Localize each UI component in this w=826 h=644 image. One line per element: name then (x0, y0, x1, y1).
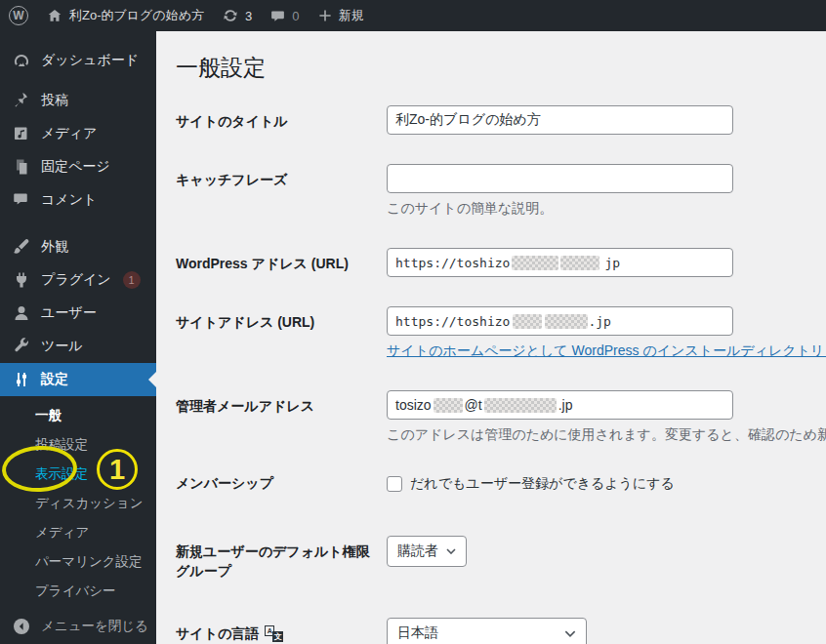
install-directory-link[interactable]: サイトのホームページとして WordPress のインストールディレクトリと (387, 342, 826, 358)
sidebar-item-label: 外観 (41, 238, 68, 256)
page-title: 一般設定 (176, 54, 826, 82)
paintbrush-icon (12, 237, 31, 257)
submenu-item-permalinks[interactable]: パーマリンク設定 (0, 547, 156, 577)
email-text: .jp (558, 397, 573, 413)
wordpress-logo-icon: W (9, 6, 28, 25)
sidebar-item-label: ユーザー (41, 304, 97, 322)
sidebar-item-label: 固定ページ (41, 158, 110, 176)
visit-site-link[interactable]: 利Zo-的ブログの始め方 (37, 0, 213, 31)
row-language: サイトの言語 A文 日本語 (176, 618, 826, 644)
membership-checkbox-label: だれでもユーザー登録ができるようにする (410, 475, 675, 493)
sidebar-item-tools[interactable]: ツール (0, 330, 156, 363)
sidebar-item-dashboard[interactable]: ダッシュボード (0, 44, 156, 77)
sidebar-item-pages[interactable]: 固定ページ (0, 150, 156, 183)
language-label-wrap: サイトの言語 A文 (176, 618, 387, 643)
email-text: @t (465, 397, 482, 413)
settings-submenu: 一般 投稿設定 表示設定 ディスカッション メディア パーマリンク設定 プライバ… (0, 396, 156, 616)
sidebar-item-label: 投稿 (41, 92, 68, 109)
site-address-input[interactable]: https://toshizo.jp (387, 306, 733, 336)
membership-label: メンバーシップ (176, 471, 387, 493)
wordpress-address-input[interactable]: https://toshizojp (387, 248, 733, 277)
sidebar-item-label: メディア (41, 125, 97, 142)
submenu-item-discussion[interactable]: ディスカッション (0, 489, 156, 518)
url-text: https://toshizo (395, 256, 510, 270)
new-label: 新規 (339, 7, 364, 24)
row-admin-email: 管理者メールアドレス tosizo@t.jp このアドレスは管理のために使用され… (176, 390, 826, 444)
site-title-label: サイトのタイトル (176, 105, 387, 131)
menu-separator (0, 77, 156, 84)
chevron-down-icon (564, 630, 576, 637)
plugin-icon (12, 270, 31, 290)
submenu-item-writing[interactable]: 投稿設定 (0, 430, 156, 460)
default-role-value: 購読者 (397, 543, 438, 560)
updates-button[interactable]: 3 (213, 0, 261, 31)
submenu-item-privacy[interactable]: プライバシー (0, 577, 156, 606)
comment-count: 0 (292, 9, 299, 23)
url-text: jp (604, 256, 620, 270)
wordpress-address-label: WordPress アドレス (URL) (176, 248, 387, 273)
pages-icon (12, 157, 31, 177)
collapse-icon (12, 617, 31, 636)
settings-general-page: 一般設定 サイトのタイトル キャッチフレーズ このサイトの簡単な説明。 Word… (156, 31, 826, 644)
comment-icon (269, 8, 286, 24)
sidebar-item-appearance[interactable]: 外観 (0, 230, 156, 263)
email-text: tosizo (395, 397, 432, 413)
media-icon (12, 124, 31, 143)
redacted-mosaic (545, 314, 588, 329)
update-count: 3 (245, 9, 252, 23)
row-tagline: キャッチフレーズ このサイトの簡単な説明。 (176, 164, 826, 218)
row-default-role: 新規ユーザーのデフォルト権限グループ 購読者 (176, 536, 826, 581)
language-value: 日本語 (397, 624, 438, 642)
home-icon (46, 7, 63, 24)
sidebar-item-label: ツール (41, 338, 83, 355)
admin-sidebar: ダッシュボード 投稿 メディア 固定ページ コメント (0, 31, 156, 644)
wordpress-menu-button[interactable]: W (0, 0, 37, 31)
comments-icon (12, 190, 31, 210)
redacted-mosaic (513, 314, 542, 329)
sidebar-item-label: ダッシュボード (41, 52, 139, 69)
chevron-down-icon (446, 548, 456, 554)
update-icon (222, 7, 239, 24)
admin-email-label: 管理者メールアドレス (176, 390, 387, 416)
default-role-select[interactable]: 購読者 (387, 536, 467, 567)
plugin-update-badge: 1 (123, 271, 141, 289)
admin-bar-site-name: 利Zo-的ブログの始め方 (69, 7, 204, 24)
comments-button[interactable]: 0 (261, 0, 308, 31)
collapse-menu-button[interactable]: メニューを閉じる (0, 609, 156, 644)
admin-email-input[interactable]: tosizo@t.jp (387, 390, 733, 420)
redacted-mosaic (512, 256, 558, 270)
sidebar-item-settings[interactable]: 設定 (0, 363, 156, 396)
admin-bar: W 利Zo-的ブログの始め方 3 0 新規 (0, 0, 826, 31)
row-site-address: サイトアドレス (URL) https://toshizo.jp サイトのホーム… (176, 306, 826, 360)
sidebar-item-users[interactable]: ユーザー (0, 297, 156, 330)
tagline-description: このサイトの簡単な説明。 (387, 200, 826, 218)
plus-icon (317, 8, 333, 23)
menu-separator (0, 217, 156, 230)
site-title-input[interactable] (387, 105, 733, 135)
membership-checkbox[interactable] (387, 476, 402, 492)
redacted-mosaic (560, 256, 599, 270)
tagline-input[interactable] (387, 164, 733, 193)
sidebar-item-media[interactable]: メディア (0, 117, 156, 150)
admin-email-description: このアドレスは管理のために使用されます。変更すると、確認のため新 (387, 426, 826, 444)
language-select[interactable]: 日本語 (387, 618, 587, 644)
sidebar-item-plugins[interactable]: プラグイン 1 (0, 263, 156, 297)
pin-icon (12, 91, 31, 110)
submenu-item-reading[interactable]: 表示設定 (0, 460, 156, 489)
row-wordpress-address: WordPress アドレス (URL) https://toshizojp (176, 248, 826, 277)
url-text: https://toshizo (395, 314, 510, 329)
settings-sliders-icon (12, 370, 31, 389)
language-label: サイトの言語 (176, 624, 259, 643)
submenu-item-media[interactable]: メディア (0, 518, 156, 547)
sidebar-item-comments[interactable]: コメント (0, 183, 156, 217)
sidebar-item-label: コメント (41, 191, 97, 209)
row-site-title: サイトのタイトル (176, 105, 826, 135)
tagline-label: キャッチフレーズ (176, 164, 387, 189)
sidebar-item-posts[interactable]: 投稿 (0, 84, 156, 117)
submenu-item-general[interactable]: 一般 (0, 401, 156, 430)
new-content-button[interactable]: 新規 (309, 0, 373, 31)
url-text: .jp (588, 314, 610, 329)
user-icon (12, 303, 31, 323)
sidebar-item-label: プラグイン (41, 271, 111, 289)
dashboard-icon (12, 51, 31, 70)
